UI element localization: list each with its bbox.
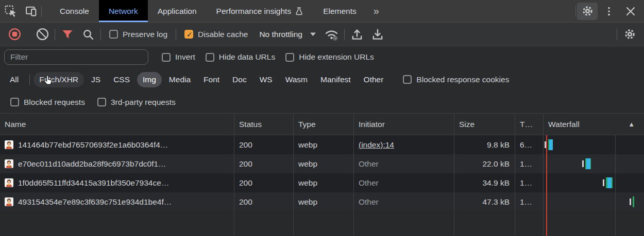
- search-icon[interactable]: [78, 25, 98, 44]
- type-filter-chip-js[interactable]: JS: [86, 72, 106, 87]
- request-row[interactable]: 493154354e7e89c3f639c751e934d1be4f…200we…: [0, 192, 644, 211]
- cell-size: 47.3 kB: [454, 192, 515, 211]
- request-name: 1f0dd65f511ffd34415a391bf350e7934ce…: [18, 178, 169, 188]
- type-filter-chip-media[interactable]: Media: [163, 72, 196, 87]
- tab-application[interactable]: Application: [148, 0, 207, 22]
- column-header-label: Size: [459, 120, 474, 129]
- column-header-time[interactable]: T…: [515, 114, 544, 135]
- type-filter-chip-all[interactable]: All: [4, 72, 24, 87]
- hide-extension-urls-checkbox[interactable]: Hide extension URLs: [280, 52, 379, 62]
- filter-funnel-icon[interactable]: [57, 25, 78, 44]
- hide-extension-urls-label: Hide extension URLs: [299, 52, 374, 62]
- type-chip-strip: AllFetch/XHRJSCSSImgMediaFontDocWSWasmMa…: [4, 72, 391, 87]
- hide-data-urls-checkbox[interactable]: Hide data URLs: [200, 52, 280, 62]
- cell-initiator: Other: [354, 154, 454, 173]
- preserve-log-label: Preserve log: [123, 30, 167, 39]
- invert-label: Invert: [175, 52, 195, 62]
- cell-name: e70ec011d10add2ba28f9c6973b7dc0f1…: [0, 154, 234, 173]
- checkbox-icon[interactable]: [403, 75, 412, 84]
- type-filter-chip-wasm[interactable]: Wasm: [280, 72, 313, 87]
- inspect-element-icon[interactable]: [0, 0, 21, 22]
- initiator-text: Other: [359, 159, 379, 169]
- tab-elements[interactable]: Elements: [313, 0, 366, 22]
- filter-input[interactable]: [4, 49, 148, 65]
- divider: [176, 29, 176, 40]
- blocked-requests-checkbox[interactable]: Blocked requests: [4, 98, 91, 107]
- tab-label: Performance insights: [216, 7, 292, 16]
- waterfall-bar: [549, 139, 553, 150]
- more-tabs-icon[interactable]: »: [366, 0, 386, 22]
- export-har-icon[interactable]: [367, 25, 388, 44]
- request-name: e70ec011d10add2ba28f9c6973b7dc0f1…: [18, 159, 166, 169]
- settings-gear-icon[interactable]: [577, 3, 598, 20]
- load-event-line: [546, 135, 547, 236]
- column-divider: [353, 135, 354, 236]
- type-filter-chip-ws[interactable]: WS: [254, 72, 278, 87]
- type-filter-chip-font[interactable]: Font: [198, 72, 225, 87]
- waterfall-bar: [586, 158, 590, 169]
- column-header-status[interactable]: Status: [234, 114, 294, 135]
- checkbox-icon[interactable]: [285, 53, 294, 62]
- waterfall-stalled-tick: [582, 160, 584, 167]
- tab-label: Elements: [323, 7, 357, 16]
- type-filter-chip-fetch-xhr[interactable]: Fetch/XHR: [33, 72, 84, 87]
- checkbox-icon[interactable]: [10, 98, 19, 106]
- type-filter-chip-css[interactable]: CSS: [108, 72, 135, 87]
- waterfall-bar: [590, 158, 591, 169]
- type-filter-chip-doc[interactable]: Doc: [227, 72, 252, 87]
- request-row[interactable]: 1f0dd65f511ffd34415a391bf350e7934ce…200w…: [0, 173, 644, 192]
- tab-console[interactable]: Console: [50, 0, 99, 22]
- initiator-link[interactable]: (index):14: [359, 140, 394, 150]
- request-row[interactable]: 141464b77ebd76570693f2e1a6b0364f4…200web…: [0, 135, 644, 154]
- checkbox-icon[interactable]: [184, 30, 193, 39]
- type-filter-chip-other[interactable]: Other: [358, 72, 389, 87]
- column-header-waterfall[interactable]: Waterfall▲: [544, 114, 644, 135]
- throttling-dropdown[interactable]: No throttling: [254, 30, 321, 39]
- cell-type: webp: [294, 192, 354, 211]
- device-toolbar-icon[interactable]: [21, 0, 41, 22]
- checkbox-icon[interactable]: [206, 53, 214, 62]
- tab-network[interactable]: Network: [99, 0, 148, 22]
- column-header-size[interactable]: Size: [454, 114, 515, 135]
- column-header-name[interactable]: Name: [0, 114, 234, 135]
- network-conditions-icon[interactable]: [321, 25, 342, 44]
- column-header-type[interactable]: Type: [294, 114, 354, 135]
- close-icon[interactable]: [620, 5, 641, 17]
- cell-time: 1…: [515, 192, 544, 211]
- network-settings-gear-icon[interactable]: [619, 25, 640, 44]
- image-thumbnail: [5, 140, 13, 149]
- sort-arrow-icon: ▲: [628, 120, 635, 128]
- cell-status: 200: [234, 154, 294, 173]
- blocked-requests-label: Blocked requests: [24, 98, 85, 107]
- initiator-text: Other: [359, 178, 379, 188]
- column-divider: [234, 135, 234, 236]
- cell-type: webp: [294, 154, 354, 173]
- divider: [617, 29, 617, 40]
- import-har-icon[interactable]: [347, 25, 367, 44]
- cell-name: 141464b77ebd76570693f2e1a6b0364f4…: [0, 135, 234, 154]
- third-party-requests-checkbox[interactable]: 3rd-party requests: [91, 98, 182, 107]
- invert-checkbox[interactable]: Invert: [157, 52, 200, 62]
- disable-cache-checkbox[interactable]: Disable cache: [178, 30, 254, 39]
- checkbox-icon[interactable]: [109, 30, 118, 39]
- blocked-response-cookies-checkbox[interactable]: Blocked response cookies: [397, 75, 515, 84]
- type-filter-chip-manifest[interactable]: Manifest: [315, 72, 357, 87]
- cell-time: 1…: [515, 173, 544, 192]
- checkbox-icon[interactable]: [97, 98, 106, 106]
- column-header-initiator[interactable]: Initiator: [354, 114, 454, 135]
- divider: [41, 6, 42, 17]
- waterfall-stalled-tick: [603, 179, 604, 186]
- waterfall-gridline: [615, 135, 616, 236]
- record-network-log-icon[interactable]: [4, 25, 25, 44]
- tab-performance-insights[interactable]: Performance insights: [207, 0, 314, 22]
- kebab-menu-icon[interactable]: [599, 6, 619, 17]
- preserve-log-checkbox[interactable]: Preserve log: [103, 30, 174, 39]
- checkbox-icon[interactable]: [162, 53, 171, 62]
- hide-data-urls-label: Hide data URLs: [219, 52, 275, 62]
- type-filter-chip-img[interactable]: Img: [137, 72, 162, 87]
- devtools-tab-bar: ConsoleNetworkApplicationPerformance ins…: [0, 0, 644, 23]
- clear-network-log-icon[interactable]: [32, 25, 53, 44]
- cell-waterfall: [544, 135, 644, 154]
- column-divider: [543, 135, 544, 236]
- request-row[interactable]: e70ec011d10add2ba28f9c6973b7dc0f1…200web…: [0, 154, 644, 173]
